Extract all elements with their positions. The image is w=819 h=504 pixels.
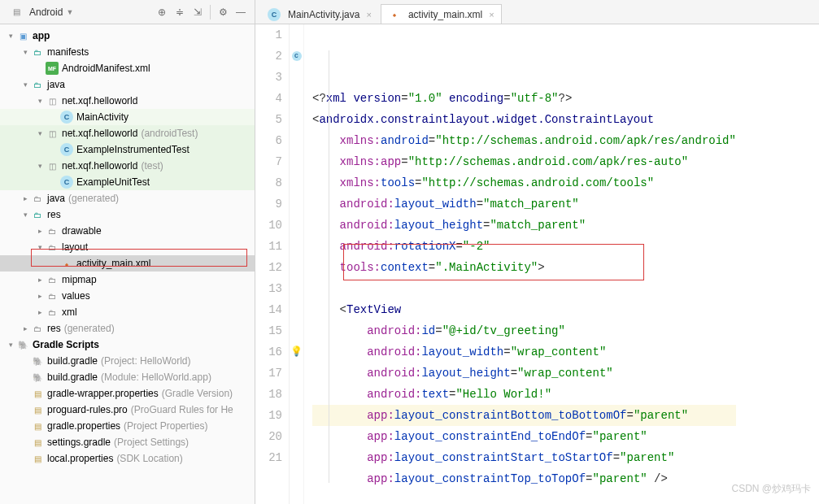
line-number[interactable]: 11	[255, 236, 282, 257]
line-number[interactable]: 6	[255, 130, 282, 151]
editor-tab[interactable]: ⬥activity_main.xml×	[381, 4, 502, 24]
tree-item[interactable]: ▾🗀manifests	[0, 44, 255, 60]
code-line[interactable]: android:layout_height="wrap_content"	[312, 363, 736, 384]
locate-icon[interactable]: ⊕	[153, 3, 171, 21]
code-line[interactable]: xmlns:app="http://schemas.android.com/ap…	[312, 151, 736, 172]
tree-item[interactable]: ▾🗀layout	[0, 239, 255, 255]
code-line[interactable]: <TextView	[312, 299, 736, 320]
line-number[interactable]: 1	[255, 24, 282, 46]
line-number[interactable]: 3	[255, 67, 282, 88]
line-number[interactable]: 20	[255, 426, 282, 447]
tree-item[interactable]: ▸🗀java(generated)	[0, 190, 255, 206]
code-line[interactable]: app:layout_constraintBottom_toBottomOf="…	[312, 405, 736, 426]
tree-item[interactable]: ▸🗀xml	[0, 304, 255, 320]
tree-item[interactable]: ▾◫net.xqf.helloworld(test)	[0, 158, 255, 174]
expand-arrow[interactable]: ▸	[20, 194, 31, 202]
code-line[interactable]	[312, 278, 736, 299]
expand-arrow[interactable]: ▾	[20, 211, 31, 219]
line-number[interactable]: 12	[255, 257, 282, 278]
line-number[interactable]: 7	[255, 151, 282, 172]
expand-arrow[interactable]: ▾	[34, 129, 46, 137]
collapse-icon[interactable]: ⇲	[189, 3, 207, 21]
code-line[interactable]: android:layout_width="wrap_content"	[312, 341, 736, 363]
tree-item[interactable]: MFAndroidManifest.xml	[0, 60, 255, 76]
tree-item[interactable]: 🐘build.gradle(Project: HelloWorld)	[0, 353, 255, 369]
tree-item[interactable]: CExampleInstrumentedTest	[0, 141, 255, 158]
lightbulb-icon[interactable]: 💡	[290, 341, 303, 363]
expand-arrow[interactable]: ▾	[5, 32, 16, 40]
line-number[interactable]: 15	[255, 320, 282, 341]
tree-item[interactable]: ▾🐘Gradle Scripts	[0, 337, 255, 353]
line-number[interactable]: 17	[255, 363, 282, 384]
code-content[interactable]: <?xml version="1.0" encoding="utf-8"?><a…	[304, 24, 736, 504]
tree-item[interactable]: 🐘build.gradle(Module: HelloWorld.app)	[0, 369, 255, 385]
expand-icon[interactable]: ≑	[171, 3, 189, 21]
code-line[interactable]: android:layout_height="match_parent"	[312, 215, 736, 236]
code-line[interactable]: android:text="Hello World!"	[312, 384, 736, 405]
line-number[interactable]: 2	[255, 46, 282, 67]
expand-arrow[interactable]: ▾	[34, 243, 46, 251]
tree-label: net.xqf.helloworld	[62, 128, 137, 139]
expand-arrow[interactable]: ▾	[20, 48, 31, 56]
line-number[interactable]: 4	[255, 88, 282, 109]
close-icon[interactable]: ×	[366, 10, 371, 20]
tree-hint: (Gradle Version)	[162, 388, 233, 399]
tree-item[interactable]: ⬥activity_main.xml	[0, 255, 255, 272]
hide-icon[interactable]: —	[232, 3, 250, 21]
expand-arrow[interactable]: ▸	[34, 308, 46, 316]
code-line[interactable]: app:layout_constraintStart_toStartOf="pa…	[312, 447, 736, 468]
tree-item[interactable]: ▤gradle-wrapper.properties(Gradle Versio…	[0, 385, 255, 402]
tree-item[interactable]: ▤settings.gradle(Project Settings)	[0, 434, 255, 450]
expand-arrow[interactable]: ▸	[34, 227, 46, 235]
tree-item[interactable]: ▾🗀java	[0, 76, 255, 93]
expand-arrow[interactable]: ▾	[20, 80, 31, 89]
editor-tab[interactable]: CMainActivity.java×	[260, 4, 379, 24]
tree-item[interactable]: ▤proguard-rules.pro(ProGuard Rules for H…	[0, 402, 255, 418]
tree-item[interactable]: CMainActivity	[0, 109, 255, 125]
expand-arrow[interactable]: ▾	[34, 97, 46, 105]
project-view-dropdown[interactable]: ▤ Android ▼	[5, 4, 78, 20]
tree-item[interactable]: ▾🗀res	[0, 206, 255, 223]
tree-item[interactable]: ▾◫net.xqf.helloworld	[0, 93, 255, 109]
line-number[interactable]: 19	[255, 405, 282, 426]
tree-item[interactable]: ▸🗀mipmap	[0, 272, 255, 288]
code-line[interactable]: <androidx.constraintlayout.widget.Constr…	[312, 109, 736, 130]
code-line[interactable]: xmlns:tools="http://schemas.android.com/…	[312, 172, 736, 193]
code-line[interactable]: tools:context=".MainActivity">	[312, 257, 736, 278]
line-number[interactable]: 9	[255, 193, 282, 215]
code-line[interactable]	[312, 489, 736, 504]
tree-item[interactable]: ▸🗀values	[0, 288, 255, 304]
expand-arrow[interactable]: ▾	[5, 341, 16, 349]
code-line[interactable]: app:layout_constraintTop_toTopOf="parent…	[312, 468, 736, 489]
project-tree[interactable]: ▾▣app▾🗀manifestsMFAndroidManifest.xml▾🗀j…	[0, 24, 255, 504]
gear-icon[interactable]: ⚙	[214, 3, 232, 21]
tree-item[interactable]: CExampleUnitTest	[0, 174, 255, 190]
code-area[interactable]: 123456789101112131415161718192021 C💡 <?x…	[255, 24, 819, 504]
code-line[interactable]: android:id="@+id/tv_greeting"	[312, 320, 736, 341]
line-gutter[interactable]: 123456789101112131415161718192021	[255, 24, 290, 504]
expand-arrow[interactable]: ▾	[34, 162, 46, 170]
tree-item[interactable]: ▤local.properties(SDK Location)	[0, 450, 255, 467]
line-number[interactable]: 8	[255, 172, 282, 193]
line-number[interactable]: 13	[255, 278, 282, 299]
close-icon[interactable]: ×	[489, 10, 494, 20]
expand-arrow[interactable]: ▸	[20, 324, 31, 332]
code-line[interactable]: android:layout_width="match_parent"	[312, 193, 736, 215]
line-number[interactable]: 18	[255, 384, 282, 405]
expand-arrow[interactable]: ▸	[34, 276, 46, 284]
line-number[interactable]: 10	[255, 215, 282, 236]
tree-item[interactable]: ▸🗀res(generated)	[0, 320, 255, 337]
code-line[interactable]: android:rotationX="-2"	[312, 236, 736, 257]
tree-item[interactable]: ▤gradle.properties(Project Properties)	[0, 418, 255, 434]
line-number[interactable]: 14	[255, 299, 282, 320]
tree-item[interactable]: ▾▣app	[0, 28, 255, 44]
tree-item[interactable]: ▸🗀drawable	[0, 223, 255, 239]
code-line[interactable]: <?xml version="1.0" encoding="utf-8"?>	[312, 88, 736, 109]
code-line[interactable]: xmlns:android="http://schemas.android.co…	[312, 130, 736, 151]
tree-item[interactable]: ▾◫net.xqf.helloworld(androidTest)	[0, 125, 255, 141]
code-line[interactable]: app:layout_constraintEnd_toEndOf="parent…	[312, 426, 736, 447]
line-number[interactable]: 16	[255, 341, 282, 363]
line-number[interactable]: 5	[255, 109, 282, 130]
line-number[interactable]: 21	[255, 447, 282, 468]
expand-arrow[interactable]: ▸	[34, 292, 46, 300]
